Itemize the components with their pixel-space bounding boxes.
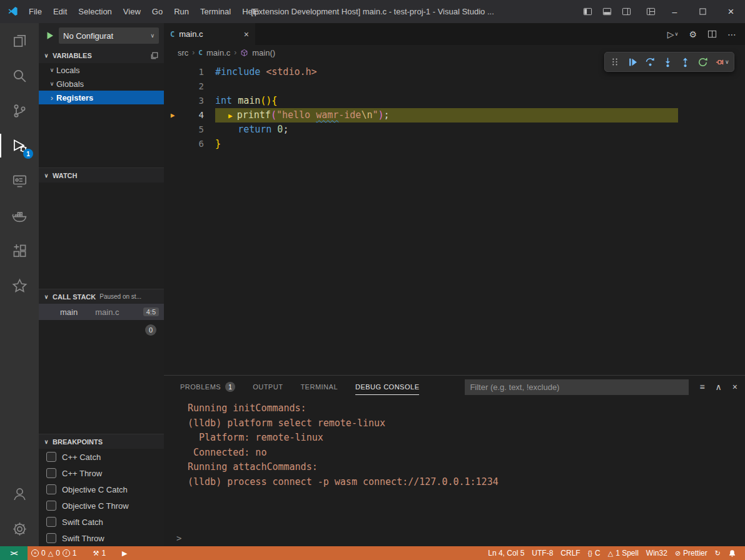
maximize-panel-icon[interactable]: ∧ xyxy=(716,382,722,391)
breakpoint-row[interactable]: C++ Throw xyxy=(39,465,164,481)
tab-terminal[interactable]: TERMINAL xyxy=(300,376,338,398)
step-into-button[interactable] xyxy=(659,52,676,71)
debug-current-line-arrow-icon[interactable]: ▶ xyxy=(164,108,181,122)
breadcrumb-file[interactable]: main.c xyxy=(206,48,230,58)
checkbox-unchecked[interactable] xyxy=(46,452,56,462)
checkbox-unchecked[interactable] xyxy=(46,533,56,543)
cursor-position-item[interactable]: Ln 4, Col 5 xyxy=(484,546,528,560)
breakpoints-pane-header[interactable]: ∨ BREAKPOINTS xyxy=(39,434,164,449)
run-and-debug-icon[interactable]: 1 xyxy=(0,128,39,163)
panes-layout-icon[interactable] xyxy=(150,51,159,60)
menu-run[interactable]: Run xyxy=(168,0,195,23)
explorer-icon[interactable] xyxy=(0,23,39,58)
toggle-secondary-sidebar-icon[interactable] xyxy=(617,0,636,23)
checkbox-unchecked[interactable] xyxy=(46,468,56,478)
tab-output[interactable]: OUTPUT xyxy=(253,376,283,398)
console-output[interactable]: Running initCommands:(lldb) platform sel… xyxy=(164,398,745,530)
breadcrumb-symbol[interactable]: main() xyxy=(252,48,275,58)
checkbox-unchecked[interactable] xyxy=(46,517,56,527)
minimize-button[interactable]: – xyxy=(661,0,689,23)
close-window-button[interactable]: × xyxy=(717,0,745,23)
breakpoint-gutter[interactable] xyxy=(164,94,181,108)
breakpoint-gutter[interactable] xyxy=(164,79,181,94)
language-mode-item[interactable]: {} C xyxy=(584,546,604,560)
toolbar-drag-handle[interactable] xyxy=(606,52,624,71)
step-out-button[interactable] xyxy=(676,52,694,71)
start-debugging-icon[interactable] xyxy=(45,31,55,41)
customize-layout-icon[interactable] xyxy=(641,0,661,23)
remote-indicator[interactable]: >< xyxy=(0,546,28,560)
docker-icon[interactable] xyxy=(0,198,39,233)
maximize-button[interactable] xyxy=(689,0,717,23)
gear-icon[interactable]: ⚙ xyxy=(689,29,697,39)
spell-checker-item[interactable]: △ 1 Spell xyxy=(604,546,642,560)
star-extension-icon[interactable] xyxy=(0,268,39,303)
code-line[interactable]: ▶4 ▶printf("hello wamr-ide\n"); xyxy=(164,108,745,122)
breakpoint-gutter[interactable] xyxy=(164,65,181,79)
breakpoint-row[interactable]: C++ Catch xyxy=(39,449,164,465)
breakpoint-row[interactable]: Objective C Throw xyxy=(39,498,164,514)
checkbox-unchecked[interactable] xyxy=(46,501,56,511)
eol-item[interactable]: CRLF xyxy=(557,546,584,560)
tab-debug-console[interactable]: DEBUG CONSOLE xyxy=(355,376,419,398)
continue-button[interactable] xyxy=(624,52,641,71)
encoding-item[interactable]: UTF-8 xyxy=(528,546,557,560)
source-control-icon[interactable] xyxy=(0,93,39,128)
more-actions-button[interactable]: ⋯ xyxy=(727,29,736,39)
platform-item[interactable]: Win32 xyxy=(642,546,671,560)
breakpoint-row[interactable]: Objective C Catch xyxy=(39,481,164,498)
call-stack-pane-header[interactable]: ∨ CALL STACK Paused on st... xyxy=(39,289,164,304)
settings-gear-icon[interactable] xyxy=(0,511,39,546)
variables-pane-header[interactable]: ∨ VARIABLES xyxy=(39,48,164,63)
variables-scope-locals[interactable]: ∨ Locals xyxy=(39,63,164,77)
split-editor-icon[interactable] xyxy=(707,29,717,39)
formatter-item[interactable]: ⊘ Prettier xyxy=(671,546,711,560)
tools-status-item[interactable]: ⚒ 1 xyxy=(89,546,110,560)
close-panel-icon[interactable]: × xyxy=(732,382,737,391)
accounts-icon[interactable] xyxy=(0,476,39,511)
search-icon[interactable] xyxy=(0,58,39,93)
stack-frame-row[interactable]: main main.c 4:5 xyxy=(39,304,164,320)
watch-pane-header[interactable]: ∨ WATCH xyxy=(39,168,164,182)
extensions-icon[interactable] xyxy=(0,233,39,268)
debug-config-select[interactable]: No Configurat ∨ xyxy=(59,28,159,44)
checkbox-unchecked[interactable] xyxy=(46,484,56,494)
breakpoint-row[interactable]: Swift Catch xyxy=(39,514,164,530)
notifications-item[interactable] xyxy=(724,546,740,560)
menu-terminal[interactable]: Terminal xyxy=(195,0,236,23)
code-line[interactable]: 6} xyxy=(164,137,745,151)
sync-status-item[interactable]: ↻ xyxy=(711,546,724,560)
close-tab-icon[interactable]: × xyxy=(244,29,249,39)
remote-explorer-icon[interactable] xyxy=(0,163,39,198)
restart-button[interactable] xyxy=(694,52,711,71)
breakpoint-gutter[interactable] xyxy=(164,137,181,151)
menu-selection[interactable]: Selection xyxy=(73,0,117,23)
menu-go[interactable]: Go xyxy=(146,0,168,23)
code-line[interactable]: 2 xyxy=(164,79,745,94)
problems-status-item[interactable]: × 0 △ 0 i 1 xyxy=(28,546,81,560)
tab-problems[interactable]: PROBLEMS 1 xyxy=(180,376,235,398)
editor-actions: ▷∨ ⚙ ⋯ xyxy=(667,23,745,45)
debug-session-chevron-icon[interactable]: ∨ xyxy=(725,59,732,65)
run-or-debug-button[interactable]: ▷∨ xyxy=(667,29,679,39)
menu-help[interactable]: Help xyxy=(236,0,265,23)
console-input-row[interactable]: > xyxy=(164,530,745,546)
tab-main-c[interactable]: C main.c × xyxy=(164,23,255,45)
breakpoint-row[interactable]: Swift Throw xyxy=(39,530,164,546)
debug-status-item[interactable]: ▶ xyxy=(118,546,131,560)
filter-lines-icon[interactable]: ≡ xyxy=(699,382,704,391)
menu-edit[interactable]: Edit xyxy=(48,0,73,23)
console-filter-input[interactable] xyxy=(465,379,689,395)
code-line[interactable]: 3int main(){ xyxy=(164,94,745,108)
toggle-panel-icon[interactable] xyxy=(597,0,617,23)
menu-view[interactable]: View xyxy=(118,0,146,23)
breakpoint-gutter[interactable] xyxy=(164,122,181,137)
menu-file[interactable]: File xyxy=(23,0,48,23)
toggle-sidebar-icon[interactable] xyxy=(578,0,597,23)
code-line[interactable]: 5 return 0; xyxy=(164,122,745,137)
variables-scope-registers[interactable]: › Registers xyxy=(39,91,164,104)
variables-scope-globals[interactable]: ∨ Globals xyxy=(39,77,164,91)
editor[interactable]: 1#include <stdio.h>23int main(){▶4 ▶prin… xyxy=(164,60,745,375)
breadcrumb-folder[interactable]: src xyxy=(178,48,188,58)
step-over-button[interactable] xyxy=(641,52,659,71)
